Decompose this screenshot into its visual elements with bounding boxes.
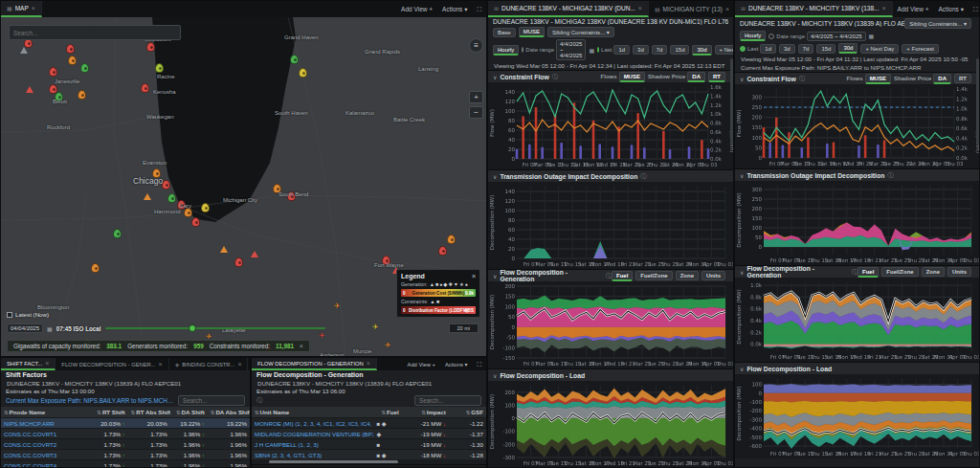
muse-button[interactable]: MUSE xyxy=(519,27,545,37)
range-7d-button[interactable]: 7d xyxy=(798,44,814,54)
generator-icon[interactable] xyxy=(49,67,57,77)
info-icon[interactable]: ⓘ xyxy=(256,396,262,405)
generator-icon[interactable] xyxy=(80,63,89,73)
tab-flow-decomposition-generation[interactable]: FLOW DECOMPOSITION - GENERATION× xyxy=(252,358,377,370)
hourly-button[interactable]: Hourly xyxy=(493,45,519,56)
tab-map[interactable]: ▦ MAP × xyxy=(1,1,42,17)
generator-icon[interactable] xyxy=(290,55,299,64)
zoom-in-button[interactable]: + xyxy=(469,91,483,103)
table-search-input[interactable] xyxy=(414,395,481,406)
hourly-button[interactable]: Hourly xyxy=(740,31,766,41)
tab-michigan-city[interactable]: ▤ MICHIGAN CITY (13)× xyxy=(649,1,733,17)
constraint-link[interactable]: DUNEACRE 138KV - MICHCITY 138KV (13839 A… xyxy=(252,379,486,388)
map-date-input[interactable]: 04/04/2025 xyxy=(7,323,43,333)
date-range-input[interactable]: 4/4/2025 ~ 4/4/2025 xyxy=(556,39,586,60)
close-icon[interactable]: × xyxy=(300,343,303,349)
info-icon[interactable]: ⓘ xyxy=(799,75,805,83)
close-icon[interactable]: × xyxy=(159,361,163,368)
column-header[interactable]: ⇅Impact xyxy=(402,407,449,418)
tab-shift-factors[interactable]: SHIFT FACT...× xyxy=(1,358,56,370)
close-icon[interactable]: × xyxy=(881,5,885,11)
max-exposure-path-link[interactable]: Current Max Exposure Path: NIPS.BAILY.AR… xyxy=(735,63,979,72)
table-row[interactable]: NIPS.MCHCP.ARR20.03% ↑20.03%19.22% ↑19.2… xyxy=(1,418,250,429)
timeline-slider[interactable] xyxy=(105,327,325,329)
calendar-icon[interactable]: ▦ xyxy=(47,325,53,332)
mode-fuel-button[interactable]: Fuel xyxy=(858,267,879,278)
table-row[interactable]: CONS.CC.COVRT21.73% ↑1.73%1.96% ↑1.96% xyxy=(1,439,250,450)
flows-muse-button[interactable]: MUSE xyxy=(619,72,645,82)
table-row[interactable]: J H CAMPBELL (1, 2, 3)■-19 MW ↓-1.30 xyxy=(252,439,486,450)
max-exposure-path-link[interactable]: Current Max Exposure Path: NIPS.BAILY.AR… xyxy=(6,397,174,404)
range-15d-button[interactable]: 15d xyxy=(816,44,835,54)
next-day-button[interactable]: + Next Day xyxy=(715,45,735,55)
generator-icon[interactable] xyxy=(167,193,176,203)
zoom-out-button[interactable]: − xyxy=(469,106,483,119)
column-header[interactable]: ⇅RT Shift xyxy=(85,407,127,418)
calendar-icon[interactable]: ▦ xyxy=(869,33,875,39)
table-row[interactable]: CONS.CC.COVRT41.73% ↑1.73%1.96% ↑1.96% xyxy=(1,460,250,468)
outage-decomposition-chart[interactable] xyxy=(735,181,979,265)
range-3d-button[interactable]: 3d xyxy=(779,44,795,54)
airport-icon[interactable]: ✈ xyxy=(319,332,325,340)
mode-zone-button[interactable]: Zone xyxy=(922,267,945,277)
flows-muse-button[interactable]: MUSE xyxy=(865,74,891,84)
generator-icon[interactable] xyxy=(299,68,307,78)
range-1d-button[interactable]: 1d xyxy=(760,44,776,54)
range-30d-button[interactable]: 30d xyxy=(838,43,858,54)
column-header[interactable]: ⇅Unit Name xyxy=(252,407,373,418)
generator-icon[interactable] xyxy=(447,234,456,244)
generator-icon[interactable] xyxy=(184,208,192,217)
calendar-icon[interactable]: ▦ xyxy=(589,47,594,54)
close-icon[interactable]: × xyxy=(237,361,241,368)
flow-decomp-generation-chart[interactable] xyxy=(488,281,733,368)
actions-button[interactable]: Actions ▾ xyxy=(440,358,473,370)
mode-fuel-button[interactable]: Fuel xyxy=(612,271,633,281)
airport-icon[interactable]: ✈ xyxy=(334,302,341,310)
outage-decomposition-chart[interactable] xyxy=(488,182,733,269)
close-icon[interactable]: × xyxy=(45,360,49,367)
tab-flow-decomp-gen[interactable]: FLOW DECOMPOSITION - GENER...× xyxy=(56,358,168,370)
timeline-handle[interactable] xyxy=(189,324,196,332)
close-icon[interactable]: × xyxy=(472,273,476,279)
latest-checkbox[interactable] xyxy=(7,312,12,318)
add-view-button[interactable]: Add View + xyxy=(403,358,440,370)
actions-button[interactable]: Actions ▾ xyxy=(934,1,969,17)
constraint-flow-chart[interactable] xyxy=(488,82,733,169)
add-view-button[interactable]: Add View + xyxy=(893,1,934,17)
chevron-down-icon[interactable]: ∨ xyxy=(740,269,744,276)
chevron-down-icon[interactable]: ∨ xyxy=(493,372,497,379)
generator-icon[interactable] xyxy=(191,217,200,227)
constraint-triangle-icon[interactable] xyxy=(144,193,151,200)
info-icon[interactable]: ⓘ xyxy=(552,73,558,81)
close-icon[interactable]: × xyxy=(725,6,729,12)
sibling-constraints-dropdown[interactable]: Sibling Constraints... ▾ xyxy=(547,27,614,37)
generator-icon[interactable] xyxy=(68,56,77,65)
flow-decomp-load-chart[interactable] xyxy=(488,381,733,468)
mode-fuelzone-button[interactable]: Fuel/Zone xyxy=(635,271,672,280)
range-30d-button[interactable]: 30d xyxy=(692,45,711,56)
constraint-link[interactable]: DUNEACRE 138KV - MICHCITY 138KV (13839 A… xyxy=(1,379,250,388)
actions-button[interactable]: Actions ▾ xyxy=(437,1,472,17)
next-day-button[interactable]: + Next Day xyxy=(860,44,899,54)
layers-icon[interactable]: ≡ xyxy=(469,38,483,53)
generator-icon[interactable] xyxy=(141,83,149,93)
tab-more-menu[interactable]: MORE (6)∨ xyxy=(248,358,250,370)
tab-duneacre-michcity[interactable]: ⊞ DUNEACRE 138KV - MICHCITY 138KV (138..… xyxy=(735,1,893,17)
column-header[interactable]: ⇅DA Abs Shift xyxy=(208,407,250,418)
table-row[interactable]: MIDLAND COGENERATION VENTURE (BP13, BP13… xyxy=(252,429,486,439)
shadow-rt-button[interactable]: RT xyxy=(708,72,725,82)
flow-decomp-generation-chart[interactable] xyxy=(735,278,979,362)
column-header[interactable]: ⇅Pnode Name xyxy=(1,407,85,418)
base-button[interactable]: Base xyxy=(493,28,516,37)
constraint-triangle-icon[interactable] xyxy=(20,47,28,54)
range-1d-button[interactable]: 1d xyxy=(613,45,630,55)
generator-icon[interactable] xyxy=(201,203,210,212)
tab-binding-constraints[interactable]: ◈BINDING CONSTR...× xyxy=(169,358,249,370)
mode-zone-button[interactable]: Zone xyxy=(676,271,699,280)
last-radio[interactable] xyxy=(740,46,746,52)
constraint-flow-chart[interactable] xyxy=(735,84,979,168)
column-header[interactable]: ⇅Fuel xyxy=(373,407,401,418)
table-row[interactable]: MONROE (MI) (1, 2, 3, 4, IC1, IC2, IC3, … xyxy=(252,418,486,429)
airport-icon[interactable]: ✈ xyxy=(372,323,379,331)
expand-icon[interactable]: ⛶ xyxy=(969,1,979,17)
